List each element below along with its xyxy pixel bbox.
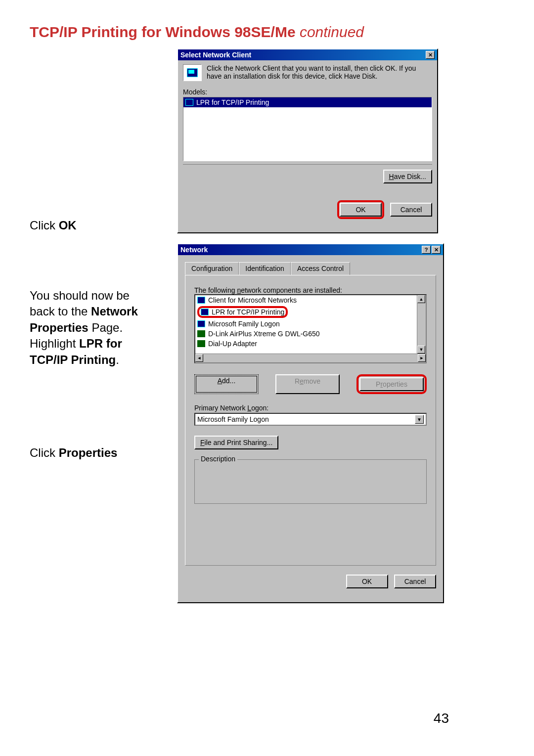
tab-identification[interactable]: Identification xyxy=(239,262,291,275)
text: Click xyxy=(30,219,59,232)
properties-button[interactable]: Properties xyxy=(359,377,424,391)
components-label: The following network components are ins… xyxy=(194,286,427,294)
text: Highlight xyxy=(30,337,79,350)
scroll-up-icon[interactable]: ▲ xyxy=(417,295,425,303)
tab-configuration[interactable]: Configuration xyxy=(185,262,239,275)
adapter-icon xyxy=(197,340,205,347)
help-icon[interactable]: ? xyxy=(422,246,431,254)
network-properties-dialog: Network ? ✕ Configuration Identification… xyxy=(177,243,444,603)
text: You should now be xyxy=(30,289,130,302)
text-bold: Properties xyxy=(30,321,91,334)
network-client-icon xyxy=(183,64,202,81)
page-title-continued: continued xyxy=(300,24,364,40)
scroll-left-icon[interactable]: ◄ xyxy=(195,354,203,362)
have-disk-button[interactable]: Have Disk... xyxy=(383,170,432,183)
instruction-click-ok: Click OK xyxy=(30,218,77,233)
client-icon xyxy=(197,320,205,327)
text-bold: LPR for xyxy=(79,337,122,350)
model-item-lpr[interactable]: LPR for TCP/IP Printing xyxy=(183,97,432,107)
text: back to the xyxy=(30,305,91,318)
list-item[interactable]: Dial-Up Adapter xyxy=(195,339,426,349)
list-item-label: D-Link AirPlus Xtreme G DWL-G650 xyxy=(208,330,320,338)
dialog2-tabs: Configuration Identification Access Cont… xyxy=(185,262,436,275)
list-item[interactable]: Client for Microsoft Networks xyxy=(195,295,426,305)
combo-value: Microsoft Family Logon xyxy=(197,415,269,423)
list-item-lpr[interactable]: LPR for TCP/IP Printing xyxy=(195,305,426,319)
dialog1-titlebar: Select Network Client ✕ xyxy=(178,49,437,60)
chevron-down-icon[interactable]: ▼ xyxy=(415,415,424,424)
scroll-down-icon[interactable]: ▼ xyxy=(417,346,425,354)
components-listbox[interactable]: Client for Microsoft Networks LPR for TC… xyxy=(194,294,427,363)
instruction-click-properties: Click Properties xyxy=(30,445,117,461)
scroll-right-icon[interactable]: ► xyxy=(418,354,426,362)
page-title: TCP/IP Printing for Windows 98SE/Me cont… xyxy=(30,24,364,41)
select-network-client-dialog: Select Network Client ✕ Click the Networ… xyxy=(177,48,438,233)
models-listbox[interactable]: LPR for TCP/IP Printing xyxy=(183,97,432,161)
page-number: 43 xyxy=(434,711,449,726)
dialog1-title: Select Network Client xyxy=(180,51,251,59)
close-icon[interactable]: ✕ xyxy=(426,51,435,59)
cancel-button[interactable]: Cancel xyxy=(394,575,436,588)
dialog1-info-text: Click the Network Client that you want t… xyxy=(207,64,432,81)
list-item-label: LPR for TCP/IP Printing xyxy=(212,308,284,316)
instruction-back-to-network: You should now be back to the Network Pr… xyxy=(30,288,158,368)
page-title-main: TCP/IP Printing for Windows 98SE/Me xyxy=(30,24,300,40)
tab-access-control[interactable]: Access Control xyxy=(291,262,350,275)
close-icon[interactable]: ✕ xyxy=(432,246,441,254)
client-icon xyxy=(197,297,205,304)
text: . xyxy=(116,353,119,366)
adapter-icon xyxy=(197,330,205,337)
list-item-label: Microsoft Family Logon xyxy=(208,320,280,328)
file-print-sharing-button[interactable]: File and Print Sharing... xyxy=(194,436,278,449)
description-legend: Description xyxy=(199,455,237,463)
primary-logon-combo[interactable]: Microsoft Family Logon ▼ xyxy=(194,413,427,426)
text-bold: Properties xyxy=(59,446,118,459)
model-item-label: LPR for TCP/IP Printing xyxy=(196,98,269,106)
primary-logon-label: Primary Network Logon: xyxy=(194,404,427,412)
horizontal-scrollbar[interactable]: ◄ ► xyxy=(195,354,426,362)
text: Page. xyxy=(91,321,123,334)
client-icon xyxy=(201,309,209,315)
list-item-label: Client for Microsoft Networks xyxy=(208,296,297,304)
configuration-panel: The following network components are ins… xyxy=(185,275,436,566)
properties-highlight: Properties xyxy=(356,374,427,394)
description-fieldset: Description xyxy=(194,459,427,504)
dialog2-title: Network xyxy=(180,246,208,254)
add-button[interactable]: Add... xyxy=(194,374,259,394)
text-bold: Network xyxy=(91,305,138,318)
lpr-highlight: LPR for TCP/IP Printing xyxy=(197,306,288,318)
list-item[interactable]: Microsoft Family Logon xyxy=(195,319,426,329)
client-icon xyxy=(185,99,193,106)
text-bold: OK xyxy=(59,219,77,232)
ok-button[interactable]: OK xyxy=(346,575,388,588)
remove-button[interactable]: Remove xyxy=(275,374,340,394)
models-label: Models: xyxy=(183,88,432,96)
ok-button[interactable]: OK xyxy=(340,203,382,217)
cancel-button[interactable]: Cancel xyxy=(390,203,432,217)
ok-highlight: OK xyxy=(337,200,384,219)
text: Click xyxy=(30,446,59,459)
dialog2-titlebar: Network ? ✕ xyxy=(178,244,443,255)
text-bold: TCP/IP Printing xyxy=(30,353,116,366)
list-item-label: Dial-Up Adapter xyxy=(208,340,257,348)
vertical-scrollbar[interactable]: ▲ ▼ xyxy=(417,295,426,354)
list-item[interactable]: D-Link AirPlus Xtreme G DWL-G650 xyxy=(195,329,426,339)
dialog1-info: Click the Network Client that you want t… xyxy=(183,64,432,81)
